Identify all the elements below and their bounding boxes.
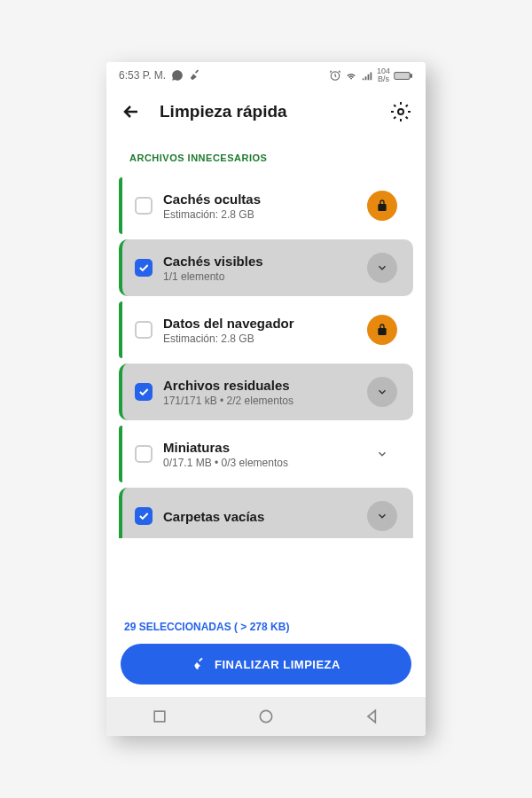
status-right: 104 B/s	[329, 67, 413, 83]
square-icon	[151, 708, 168, 725]
section-header: ARCHIVOS INNECESARIOS	[106, 135, 426, 172]
content-area: ARCHIVOS INNECESARIOS Cachés ocultas Est…	[106, 135, 426, 610]
item-title: Cachés ocultas	[163, 192, 356, 207]
broom-icon	[189, 69, 201, 82]
lock-badge[interactable]	[367, 315, 397, 345]
svg-rect-3	[395, 74, 408, 78]
check-icon	[137, 386, 150, 398]
status-left: 6:53 P. M.	[119, 69, 201, 82]
expand-button[interactable]	[367, 253, 397, 283]
selection-summary: 29 SELECCIONADAS ( > 278 KB)	[121, 621, 411, 633]
list-item[interactable]: Datos del navegador Estimación: 2.8 GB	[119, 301, 413, 358]
alarm-icon	[329, 69, 341, 82]
status-bar: 6:53 P. M. 104 B/s	[106, 62, 426, 89]
item-text: Cachés ocultas Estimación: 2.8 GB	[163, 192, 356, 221]
phone-frame: 6:53 P. M. 104 B/s	[106, 62, 426, 736]
back-button[interactable]	[121, 101, 142, 122]
svg-rect-2	[411, 74, 412, 76]
status-time: 6:53 P. M.	[119, 69, 166, 82]
checkbox-checked[interactable]	[135, 383, 153, 401]
lock-icon	[375, 323, 389, 337]
item-text: Archivos residuales 171/171 kB • 2/2 ele…	[163, 378, 356, 407]
list-item[interactable]: Miniaturas 0/17.1 MB • 0/3 elementos	[119, 426, 413, 482]
page-title: Limpieza rápida	[160, 102, 372, 121]
gear-icon	[390, 101, 411, 122]
item-title: Miniaturas	[163, 440, 356, 455]
chevron-down-icon	[376, 448, 388, 460]
status-speed: 104 B/s	[377, 67, 390, 83]
list-item[interactable]: Cachés ocultas Estimación: 2.8 GB	[119, 177, 413, 234]
check-icon	[137, 262, 150, 274]
item-text: Datos del navegador Estimación: 2.8 GB	[163, 316, 356, 345]
chevron-down-icon	[376, 262, 388, 274]
lock-icon	[375, 199, 389, 213]
svg-point-6	[260, 710, 271, 722]
checkbox-checked[interactable]	[135, 259, 153, 277]
list-item[interactable]: Cachés visibles 1/1 elemento	[119, 239, 413, 296]
expand-button[interactable]	[367, 439, 397, 469]
lock-badge[interactable]	[367, 191, 397, 221]
item-text: Carpetas vacías	[163, 509, 356, 524]
system-nav-bar	[106, 697, 426, 736]
nav-home-button[interactable]	[257, 708, 275, 725]
nav-back-button[interactable]	[364, 708, 381, 725]
svg-rect-5	[154, 711, 165, 722]
checkbox-unchecked[interactable]	[135, 321, 153, 339]
item-subtitle: Estimación: 2.8 GB	[163, 208, 356, 221]
item-subtitle: Estimación: 2.8 GB	[163, 332, 356, 345]
item-text: Miniaturas 0/17.1 MB • 0/3 elementos	[163, 440, 356, 469]
checkbox-unchecked[interactable]	[135, 445, 153, 463]
list-item[interactable]: Archivos residuales 171/171 kB • 2/2 ele…	[119, 364, 413, 420]
check-icon	[137, 510, 150, 522]
svg-point-4	[398, 109, 403, 114]
nav-recent-button[interactable]	[151, 708, 168, 725]
item-subtitle: 1/1 elemento	[163, 270, 356, 283]
chevron-down-icon	[376, 386, 388, 398]
settings-button[interactable]	[390, 101, 411, 122]
item-title: Carpetas vacías	[163, 509, 356, 524]
list-item[interactable]: Carpetas vacías	[119, 488, 413, 538]
checkbox-unchecked[interactable]	[135, 197, 153, 215]
item-title: Cachés visibles	[163, 254, 356, 269]
broom-icon	[192, 657, 206, 671]
arrow-left-icon	[121, 101, 142, 122]
bottom-bar: 29 SELECCIONADAS ( > 278 KB) FINALIZAR L…	[106, 610, 426, 697]
checkbox-checked[interactable]	[135, 507, 153, 525]
app-header: Limpieza rápida	[106, 89, 426, 135]
item-title: Datos del navegador	[163, 316, 356, 331]
item-subtitle: 0/17.1 MB • 0/3 elementos	[163, 457, 356, 469]
expand-button[interactable]	[367, 501, 397, 531]
item-subtitle: 171/171 kB • 2/2 elementos	[163, 395, 356, 407]
triangle-left-icon	[364, 708, 381, 725]
finish-button-label: FINALIZAR LIMPIEZA	[215, 658, 340, 671]
expand-button[interactable]	[367, 377, 397, 407]
wifi-icon	[345, 69, 357, 82]
battery-icon	[394, 69, 413, 82]
item-text: Cachés visibles 1/1 elemento	[163, 254, 356, 283]
whatsapp-icon	[171, 69, 184, 82]
item-title: Archivos residuales	[163, 378, 356, 393]
circle-icon	[257, 708, 275, 725]
finish-clean-button[interactable]: FINALIZAR LIMPIEZA	[121, 644, 411, 685]
chevron-down-icon	[376, 510, 388, 522]
signal-icon	[361, 69, 373, 82]
